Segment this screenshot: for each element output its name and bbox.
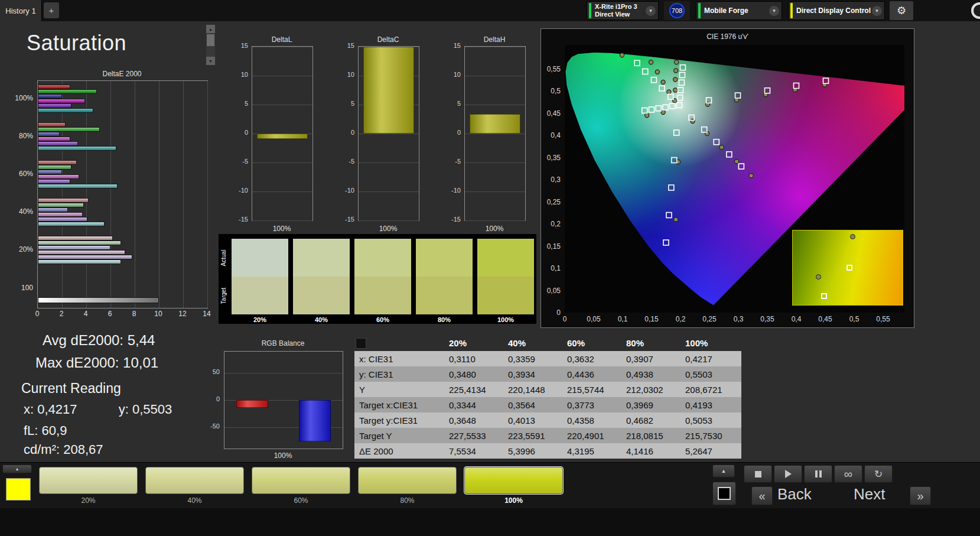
play-button[interactable] <box>774 465 802 483</box>
chevron-left-icon: « <box>758 489 765 503</box>
tab-history-1[interactable]: History 1 <box>0 0 42 21</box>
axis-tick: 0,4 <box>792 315 802 323</box>
pattern-swatch-80%[interactable] <box>358 467 457 494</box>
axis-tick: 12 <box>178 310 186 318</box>
deltae-x-axis: 02468101214 <box>37 310 207 319</box>
axis-tick: 0,1 <box>618 315 628 323</box>
grid-line <box>224 373 343 373</box>
pattern-swatch-60%[interactable] <box>252 467 350 494</box>
axis-tick: 4 <box>84 310 88 318</box>
bar <box>236 400 268 408</box>
current-x: x: 0,4217 <box>24 402 77 417</box>
back-chevron-button[interactable]: « <box>751 486 773 505</box>
measured-point <box>649 60 653 64</box>
axis-tick: -5 <box>447 158 461 165</box>
table-row: Target x:CIE310,33440,35640,37730,39690,… <box>354 397 741 412</box>
loop-button[interactable]: ↻ <box>864 465 893 483</box>
grid-line <box>465 163 525 163</box>
axis-tick: 0,55 <box>876 315 890 323</box>
bar <box>38 259 121 264</box>
bottom-dim-strip <box>0 508 980 536</box>
x-axis-label: 100% <box>252 225 312 233</box>
chevron-down-icon[interactable]: ▼ <box>646 6 656 16</box>
tab-history-label: History 1 <box>5 7 35 15</box>
axis-tick: 0 <box>206 395 220 402</box>
cie-y-axis: 00,050,10,150,20,250,30,350,40,450,50,55 <box>541 45 563 313</box>
scroll-thumb[interactable] <box>207 34 214 46</box>
meter-count-tile[interactable]: 708 <box>664 1 690 20</box>
add-tab-button[interactable]: + <box>44 2 59 18</box>
next-chevron-button[interactable]: » <box>910 486 931 505</box>
bar <box>38 165 71 170</box>
y-axis: 151050-5-10-15 <box>340 46 356 220</box>
swatch-label: 100% <box>477 316 534 323</box>
chevron-down-icon[interactable]: ▼ <box>872 6 882 16</box>
axis-tick: -15 <box>234 216 248 223</box>
x-axis-label: 100% <box>224 451 342 460</box>
expand-up-button-right[interactable]: ▲ <box>712 464 735 477</box>
measured-point <box>719 145 724 150</box>
grid-line <box>359 134 419 134</box>
current-cdm2: cd/m²: 208,67 <box>24 442 103 457</box>
results-table: 20%40%60%80%100% x: CIE310,31100,33590,3… <box>354 335 741 459</box>
axis-tick: 0,05 <box>547 287 561 295</box>
source-dropdown[interactable]: Mobile Forge ▼ <box>696 1 782 20</box>
axis-tick: 0,05 <box>587 315 600 323</box>
pattern-swatch-40%[interactable] <box>145 467 244 494</box>
grid-line <box>252 191 312 192</box>
axis-tick: 0,35 <box>760 315 774 323</box>
pattern-swatch-label: 60% <box>252 496 350 505</box>
bar-group <box>38 297 207 303</box>
pattern-swatch-20%[interactable] <box>39 467 138 494</box>
next-button[interactable]: Next <box>854 485 885 503</box>
table-header-cell: 100% <box>681 338 740 348</box>
stop-button[interactable] <box>744 465 772 483</box>
table-cell: 0,3110 <box>444 354 503 364</box>
axis-tick: -15 <box>447 216 461 223</box>
mini-scrollbar[interactable]: ▲ ▼ <box>206 25 215 65</box>
chart-deltac: DeltaC 151050-5-10-15 100% <box>340 34 423 235</box>
axis-tick: 0 <box>556 308 561 317</box>
settings-button[interactable]: ⚙ <box>890 1 913 20</box>
display-control-dropdown[interactable]: Direct Display Control ▼ <box>788 1 885 20</box>
group-label: 100% <box>12 94 33 102</box>
grid-line <box>159 81 159 308</box>
axis-tick: 0 <box>234 129 248 136</box>
continuous-read-button[interactable]: ∞ <box>834 465 862 483</box>
scroll-up-button[interactable]: ▲ <box>206 25 215 33</box>
target-swatch <box>477 277 534 314</box>
bar-group <box>38 198 207 226</box>
measured-point <box>645 113 649 118</box>
table-cell: 215,5744 <box>562 385 621 395</box>
table-cell: 208,6721 <box>681 385 740 395</box>
pattern-swatch-100%[interactable] <box>464 467 563 494</box>
grid-line <box>62 81 63 308</box>
table-cell: 0,4358 <box>562 415 621 425</box>
pattern-window-button[interactable] <box>712 482 736 505</box>
inset-measured-point <box>850 234 855 239</box>
table-corner-handle[interactable] <box>356 338 366 349</box>
pause-button[interactable] <box>804 465 832 483</box>
measured-point <box>734 160 738 164</box>
expand-up-button-left[interactable]: ▲ <box>2 464 32 473</box>
target-row-label: Target <box>219 277 229 314</box>
measured-point <box>661 80 665 84</box>
axis-tick: -10 <box>340 187 354 194</box>
swatch-label: 60% <box>354 316 411 323</box>
table-cell: 0,4682 <box>621 415 681 425</box>
table-cell: 5,3996 <box>503 446 562 456</box>
meter-dropdown[interactable]: X-Rite i1Pro 3 Direct View ▼ <box>587 1 659 20</box>
chart-title: DeltaL <box>252 35 312 44</box>
bar <box>38 245 110 250</box>
chart-deltah: DeltaH 151050-5-10-15 100% <box>447 34 529 235</box>
back-button[interactable]: Back <box>777 485 812 503</box>
table-cell: 215,7530 <box>681 431 740 441</box>
axis-tick: -50 <box>206 423 220 430</box>
table-cell: 0,3632 <box>562 354 621 364</box>
table-cell: 0,5503 <box>681 369 740 379</box>
edge-knob-button[interactable] <box>971 2 980 19</box>
axis-tick: 0,45 <box>547 109 561 118</box>
chevron-down-icon[interactable]: ▼ <box>769 6 779 16</box>
up-arrow-icon: ▲ <box>15 467 19 471</box>
table-cell: 220,4901 <box>562 431 621 441</box>
